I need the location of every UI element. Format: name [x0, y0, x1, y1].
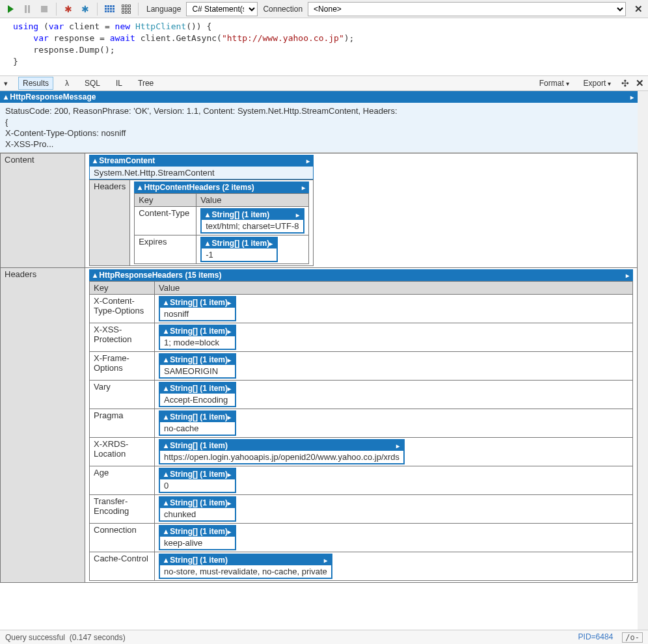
string-array-box[interactable]: String[] (1 item)▸no-cache — [159, 410, 236, 436]
streamcontent-caption: System.Net.Http.StreamContent — [89, 167, 314, 180]
header-value-cell: String[] (1 item)▸no-store, must-revalid… — [155, 552, 633, 581]
dump-summary: StatusCode: 200, ReasonPhrase: 'OK', Ver… — [0, 103, 638, 153]
string-value: 0 — [160, 479, 235, 492]
close-tab-button[interactable]: ✕ — [631, 3, 645, 15]
export-menu[interactable]: Export — [580, 77, 615, 89]
string-array-box[interactable]: String[] (1 item)▸-1 — [200, 237, 278, 262]
string-array-box[interactable]: String[] (1 item)▸SAMEORIGIN — [159, 353, 236, 379]
header-value-cell: String[] (1 item)▸keep-alive — [155, 524, 633, 552]
string-value: no-cache — [160, 422, 235, 435]
string-value: -1 — [202, 248, 277, 261]
datagrid-button[interactable] — [118, 2, 134, 16]
header-key: Vary — [90, 381, 155, 409]
header-value-cell: String[] (1 item)▸-1 — [196, 235, 309, 264]
scrollbar[interactable] — [638, 91, 648, 630]
tab-results[interactable]: Results — [18, 77, 53, 90]
connection-select[interactable]: <None> — [308, 2, 626, 16]
string-array-box[interactable]: String[] (1 item)▸Accept-Encoding — [159, 382, 236, 407]
response-headers-header[interactable]: HttpResponseHeaders (15 items)▸ — [89, 269, 633, 281]
streamcontent-header[interactable]: StreamContent▸ — [89, 155, 314, 167]
string-value: SAMEORIGIN — [160, 365, 235, 377]
header-key: Transfer-Encoding — [90, 495, 155, 524]
string-value: https://open.login.yahooapis.jp/openid20… — [160, 451, 403, 463]
string-array-box[interactable]: String[] (1 item)▸https://open.login.yah… — [159, 439, 405, 464]
status-pid: PID=6484 — [578, 632, 614, 643]
string-array-box[interactable]: String[] (1 item)▸nosniff — [159, 296, 236, 321]
format-menu[interactable]: Format — [535, 77, 573, 89]
header-key: Age — [90, 466, 155, 495]
header-value-cell: String[] (1 item)▸SAMEORIGIN — [155, 352, 633, 381]
dump-root-header[interactable]: HttpResponseMessage▸ — [0, 91, 638, 103]
header-value-cell: String[] (1 item)▸https://open.login.yah… — [155, 438, 633, 466]
string-value: 1; mode=block — [160, 336, 235, 349]
main-toolbar: ✱ ✱ Language C# Statement(s) Connection … — [0, 0, 648, 18]
results-pane[interactable]: HttpResponseMessage▸ StatusCode: 200, Re… — [0, 91, 648, 630]
string-value: keep-alive — [160, 537, 235, 549]
header-key: X-XSS-Protection — [90, 323, 155, 352]
header-value-cell: String[] (1 item)▸Accept-Encoding — [155, 381, 633, 409]
header-key: X-Frame-Options — [90, 352, 155, 381]
grid-view-button[interactable] — [101, 2, 117, 16]
status-message: Query successful (0.147 seconds) — [5, 633, 126, 642]
string-value: nosniff — [160, 308, 235, 320]
debug-alt-button[interactable]: ✱ — [77, 2, 93, 16]
pause-button — [20, 2, 35, 16]
header-key: X-Content-Type-Options — [90, 295, 155, 323]
status-opt: /o- — [622, 632, 643, 643]
close-results-icon[interactable]: ✕ — [636, 77, 644, 89]
tab-il[interactable]: IL — [112, 77, 126, 89]
tab-sql[interactable]: SQL — [81, 77, 104, 89]
stop-button — [36, 2, 52, 16]
string-array-box[interactable]: String[] (1 item)▸no-store, must-revalid… — [159, 554, 332, 579]
connection-label: Connection — [259, 5, 306, 14]
header-value-cell: String[] (1 item)▸text/html; charset=UTF… — [196, 207, 309, 235]
collapse-icon[interactable] — [4, 79, 10, 88]
string-array-box[interactable]: String[] (1 item)▸keep-alive — [159, 525, 236, 550]
tab-lambda[interactable]: λ — [61, 77, 73, 89]
code-editor[interactable]: using (var client = new HttpClient()) { … — [0, 18, 648, 75]
dump-table: Content StreamContent▸ System.Net.Http.S… — [0, 153, 638, 583]
header-value-cell: String[] (1 item)▸1; mode=block — [155, 323, 633, 352]
header-value-cell: String[] (1 item)▸nosniff — [155, 295, 633, 323]
header-key: Pragma — [90, 409, 155, 438]
header-value-cell: String[] (1 item)▸chunked — [155, 495, 633, 524]
content-headers-header[interactable]: HttpContentHeaders (2 items)▸ — [134, 181, 309, 193]
string-array-box[interactable]: String[] (1 item)▸text/html; charset=UTF… — [200, 208, 304, 234]
debug-button[interactable]: ✱ — [61, 2, 76, 16]
string-array-box[interactable]: String[] (1 item)▸chunked — [159, 496, 236, 522]
string-value: Accept-Encoding — [160, 394, 235, 406]
header-key: Connection — [90, 524, 155, 552]
headers-key-outer: Headers — [1, 268, 85, 583]
string-value: chunked — [160, 508, 235, 520]
results-tabbar: Results λ SQL IL Tree Format Export ✣ ✕ — [0, 75, 648, 91]
status-bar: Query successful (0.147 seconds) PID=648… — [0, 630, 648, 644]
language-select[interactable]: C# Statement(s) — [186, 2, 258, 16]
headers-key: Headers — [90, 180, 130, 266]
content-key: Content — [1, 154, 85, 268]
header-value-cell: String[] (1 item)▸0 — [155, 466, 633, 495]
string-array-box[interactable]: String[] (1 item)▸1; mode=block — [159, 325, 236, 350]
string-value: text/html; charset=UTF-8 — [202, 220, 303, 232]
header-key: Cache-Control — [90, 552, 155, 581]
header-key: X-XRDS-Location — [90, 438, 155, 466]
run-button[interactable] — [3, 2, 18, 16]
string-array-box[interactable]: String[] (1 item)▸0 — [159, 468, 236, 493]
detach-icon[interactable]: ✣ — [621, 78, 629, 88]
language-label: Language — [142, 5, 185, 14]
header-key: Expires — [135, 235, 196, 264]
header-value-cell: String[] (1 item)▸no-cache — [155, 409, 633, 438]
tab-tree[interactable]: Tree — [134, 77, 157, 89]
string-value: no-store, must-revalidate, no-cache, pri… — [160, 565, 331, 578]
header-key: Content-Type — [135, 207, 196, 235]
